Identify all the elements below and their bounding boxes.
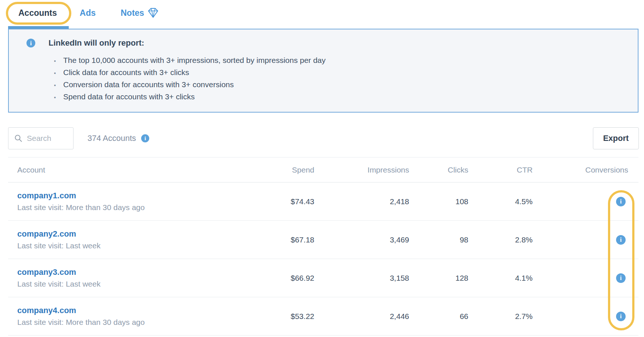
- linkedin-report-info-panel: i LinkedIn will only report: • The top 1…: [8, 29, 638, 113]
- bullet-text: Conversion data for accounts with 3+ con…: [63, 80, 234, 89]
- last-site-visit-label: Last site visit: More than 30 days ago: [17, 318, 145, 327]
- table-row: company4.com Last site visit: More than …: [8, 297, 638, 336]
- clicks-value: 66: [460, 297, 468, 335]
- tab-ads[interactable]: Ads: [80, 8, 96, 18]
- conversions-info-icon[interactable]: i: [616, 273, 626, 283]
- search-icon: [14, 134, 22, 142]
- impressions-value: 2,418: [390, 182, 409, 220]
- info-icon: i: [26, 39, 35, 47]
- ctr-value: 4.1%: [515, 259, 533, 297]
- active-tab-underline: [8, 26, 69, 29]
- bullet-item: • Spend data for accounts with 3+ clicks: [47, 92, 326, 104]
- last-site-visit-label: Last site visit: Last week: [17, 280, 100, 288]
- conversions-info-icon[interactable]: i: [616, 197, 626, 206]
- bullet-dot: •: [47, 70, 63, 76]
- column-header-impressions: Impressions: [368, 157, 409, 182]
- account-link[interactable]: company1.com: [17, 191, 145, 201]
- conversions-info-icon[interactable]: i: [616, 312, 626, 321]
- impressions-value: 3,469: [390, 221, 409, 259]
- tab-notes-label: Notes: [121, 8, 144, 18]
- spend-value: $67.18: [291, 221, 314, 259]
- ctr-value: 2.7%: [515, 297, 533, 335]
- search-box[interactable]: [8, 127, 74, 149]
- export-button[interactable]: Export: [593, 127, 639, 149]
- accounts-count-label: 374 Accounts: [87, 134, 136, 143]
- impressions-value: 3,158: [390, 259, 409, 297]
- clicks-value: 98: [460, 221, 468, 259]
- ctr-value: 4.5%: [515, 182, 533, 220]
- bullet-item: • The top 10,000 accounts with 3+ impres…: [47, 56, 326, 68]
- info-bullet-list: • The top 10,000 accounts with 3+ impres…: [47, 56, 326, 104]
- diamond-icon: [147, 7, 159, 18]
- spend-value: $66.92: [291, 259, 314, 297]
- column-header-spend: Spend: [292, 157, 314, 182]
- accounts-report-page: Accounts Ads Notes i LinkedIn will only …: [0, 0, 644, 337]
- accounts-count-info-icon[interactable]: i: [141, 134, 149, 142]
- impressions-value: 2,446: [390, 297, 409, 335]
- info-panel-title: LinkedIn will only report:: [49, 38, 144, 48]
- clicks-value: 128: [455, 259, 468, 297]
- table-row: company2.com Last site visit: Last week …: [8, 221, 638, 259]
- bullet-item: • Click data for accounts with 3+ clicks: [47, 68, 326, 80]
- account-link[interactable]: company3.com: [17, 267, 100, 277]
- clicks-value: 108: [455, 182, 468, 220]
- table-header-row: Account Spend Impressions Clicks CTR Con…: [8, 157, 638, 182]
- column-header-conversions: Conversions: [585, 157, 628, 182]
- account-link[interactable]: company2.com: [17, 229, 100, 239]
- conversions-info-icon[interactable]: i: [616, 235, 626, 245]
- last-site-visit-label: Last site visit: Last week: [17, 241, 100, 250]
- spend-value: $74.43: [291, 182, 314, 220]
- accounts-table: Account Spend Impressions Clicks CTR Con…: [8, 157, 638, 336]
- search-input[interactable]: [27, 134, 67, 143]
- account-link[interactable]: company4.com: [17, 306, 145, 315]
- last-site-visit-label: Last site visit: More than 30 days ago: [17, 203, 145, 212]
- tab-bar: Accounts Ads Notes: [0, 0, 159, 26]
- tab-accounts[interactable]: Accounts: [18, 8, 57, 18]
- bullet-text: Click data for accounts with 3+ clicks: [63, 68, 189, 77]
- ctr-value: 2.8%: [515, 221, 533, 259]
- bullet-dot: •: [47, 82, 63, 88]
- column-header-account: Account: [17, 157, 45, 182]
- column-header-ctr: CTR: [517, 157, 533, 182]
- bullet-text: Spend data for accounts with 3+ clicks: [63, 92, 195, 101]
- bullet-dot: •: [47, 58, 63, 64]
- spend-value: $53.22: [291, 297, 314, 335]
- table-row: company3.com Last site visit: Last week …: [8, 259, 638, 297]
- bullet-text: The top 10,000 accounts with 3+ impressi…: [63, 56, 326, 65]
- bullet-item: • Conversion data for accounts with 3+ c…: [47, 80, 326, 92]
- bullet-dot: •: [47, 94, 63, 100]
- tab-notes[interactable]: Notes: [121, 7, 159, 18]
- accounts-count: 374 Accounts i: [87, 127, 149, 149]
- table-row: company1.com Last site visit: More than …: [8, 182, 638, 221]
- column-header-clicks: Clicks: [448, 157, 468, 182]
